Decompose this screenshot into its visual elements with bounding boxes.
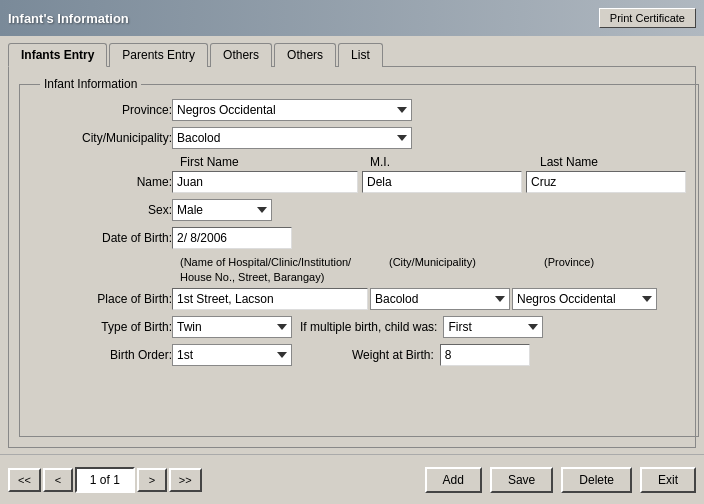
mi-header: M.I. xyxy=(370,155,540,169)
name-label: Name: xyxy=(32,175,172,189)
pob-street-input[interactable] xyxy=(172,288,368,310)
pob-note-institution: (Name of Hospital/Clinic/Institution/ Ho… xyxy=(180,255,385,286)
delete-button[interactable]: Delete xyxy=(561,467,632,493)
mi-input[interactable] xyxy=(362,171,522,193)
tab-others-1[interactable]: Others xyxy=(210,43,272,67)
tob-label: Type of Birth: xyxy=(32,320,172,334)
tob-row: Type of Birth: Twin Single Triplet If mu… xyxy=(32,316,686,338)
pob-label: Place of Birth: xyxy=(32,292,172,306)
tob-select[interactable]: Twin Single Triplet xyxy=(172,316,292,338)
print-certificate-button[interactable]: Print Certificate xyxy=(599,8,696,28)
form-panel: Infant Information Province: Negros Occi… xyxy=(8,66,696,448)
province-label: Province: xyxy=(32,103,172,117)
sex-select[interactable]: Male Female xyxy=(172,199,272,221)
birth-order-select[interactable]: 1st 2nd 3rd xyxy=(172,344,292,366)
next-record-button[interactable]: > xyxy=(137,468,167,492)
first-record-button[interactable]: << xyxy=(8,468,41,492)
pob-row: Place of Birth: Bacolod Negros Occidenta… xyxy=(32,288,686,310)
last-record-button[interactable]: >> xyxy=(169,468,202,492)
save-button[interactable]: Save xyxy=(490,467,553,493)
dob-label: Date of Birth: xyxy=(32,231,172,245)
tab-infants-entry[interactable]: Infants Entry xyxy=(8,43,107,67)
exit-button[interactable]: Exit xyxy=(640,467,696,493)
tab-parents-entry[interactable]: Parents Entry xyxy=(109,43,208,67)
tab-bar: Infants Entry Parents Entry Others Other… xyxy=(8,42,696,66)
city-select[interactable]: Bacolod xyxy=(172,127,412,149)
title-bar: Infant's Information Print Certificate xyxy=(0,0,704,36)
tab-list[interactable]: List xyxy=(338,43,383,67)
action-group: Add Save Delete Exit xyxy=(421,467,696,493)
window-title: Infant's Information xyxy=(8,11,129,26)
sex-row: Sex: Male Female xyxy=(32,199,686,221)
last-name-input[interactable] xyxy=(526,171,686,193)
province-select[interactable]: Negros Occidental xyxy=(172,99,412,121)
prev-record-button[interactable]: < xyxy=(43,468,73,492)
province-row: Province: Negros Occidental xyxy=(32,99,686,121)
multiple-select[interactable]: First Second Third xyxy=(443,316,543,338)
sex-label: Sex: xyxy=(32,203,172,217)
pob-note-city: (City/Municipality) xyxy=(389,255,544,286)
pob-note-row: (Name of Hospital/Clinic/Institution/ Ho… xyxy=(180,255,686,286)
pob-note-province: (Province) xyxy=(544,255,594,286)
name-header-labels: First Name M.I. Last Name xyxy=(180,155,686,169)
name-row: Name: xyxy=(32,171,686,193)
infant-information-fieldset: Infant Information Province: Negros Occi… xyxy=(19,77,699,437)
tab-others-2[interactable]: Others xyxy=(274,43,336,67)
add-button[interactable]: Add xyxy=(425,467,482,493)
main-content: Infants Entry Parents Entry Others Other… xyxy=(0,36,704,454)
weight-input[interactable] xyxy=(440,344,530,366)
last-name-header: Last Name xyxy=(540,155,598,169)
page-info: 1 of 1 xyxy=(75,467,135,493)
fieldset-legend: Infant Information xyxy=(40,77,141,91)
nav-group: << < 1 of 1 > >> xyxy=(8,467,204,493)
footer-nav: << < 1 of 1 > >> Add Save Delete Exit xyxy=(0,454,704,504)
city-row: City/Municipality: Bacolod xyxy=(32,127,686,149)
first-name-input[interactable] xyxy=(172,171,358,193)
birth-order-label: Birth Order: xyxy=(32,348,172,362)
main-window: Infant's Information Print Certificate I… xyxy=(0,0,704,504)
city-label: City/Municipality: xyxy=(32,131,172,145)
first-name-header: First Name xyxy=(180,155,370,169)
birth-order-row: Birth Order: 1st 2nd 3rd Weight at Birth… xyxy=(32,344,686,366)
dob-row: Date of Birth: xyxy=(32,227,686,249)
pob-city-select[interactable]: Bacolod xyxy=(370,288,510,310)
multiple-label: If multiple birth, child was: xyxy=(300,320,437,334)
pob-province-select[interactable]: Negros Occidental xyxy=(512,288,657,310)
weight-label: Weight at Birth: xyxy=(352,348,434,362)
dob-input[interactable] xyxy=(172,227,292,249)
